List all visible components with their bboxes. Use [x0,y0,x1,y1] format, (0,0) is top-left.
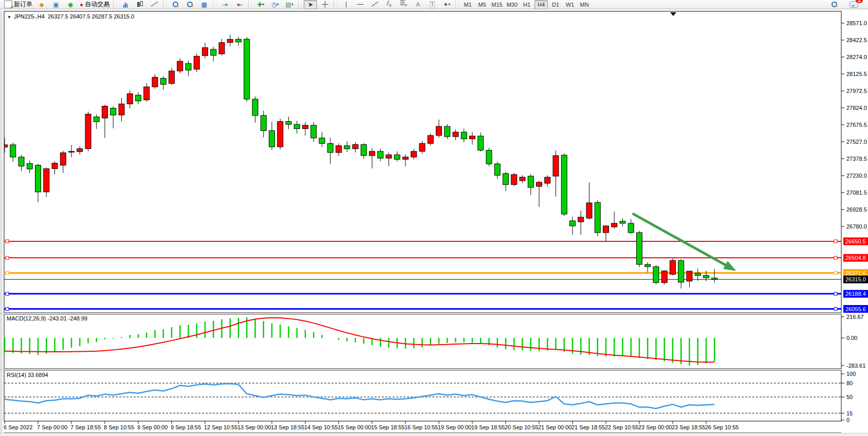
rsi-tick-label: 0 [846,417,849,423]
bar-chart-mode-button[interactable] [119,0,132,9]
timeframe-button-m15[interactable]: M15 [490,0,504,9]
time-tick-label: 13 Sep 00:00 [237,424,271,430]
chart-canvas[interactable]: 28571.028422.528274.028125.527972.527824… [0,0,868,436]
timeframe-button-h1[interactable]: H1 [520,0,533,9]
text-tool-button[interactable]: A [411,0,424,9]
price-tick-label: 28571.0 [846,20,867,26]
chart-title: ▼JPN225-,H4 26327.5 26407.5 26287.5 2631… [7,13,134,20]
time-tick-label: 9 Sep 00:00 [137,424,168,430]
timeframe-button-mn[interactable]: MN [578,0,591,9]
zoom-in-button[interactable] [169,0,182,9]
toolbar-separator [334,1,337,8]
price-tick-label: 26780.0 [846,223,867,230]
price-tick-label: 27824.0 [846,105,867,111]
market-watch-button[interactable]: ◆ [35,0,48,9]
equidistant-channel-tool-button[interactable]: ⫽E [382,0,396,9]
time-tick-label: 7 Sep 00:00 [37,424,67,430]
line-handle[interactable] [6,272,9,275]
signals-button[interactable]: ◉ [64,0,77,9]
line-handle[interactable] [834,256,837,259]
timeframe-button-h4[interactable]: H4 [534,0,548,9]
chevron-down-icon: ▾ [262,2,264,8]
candle [561,154,567,216]
tile-windows-icon: ▦ [201,2,207,8]
cursor-tool-button[interactable]: ➤ [304,0,317,9]
time-tick-label: 15 Sep 00:00 [338,424,371,430]
macd-label: MACD(12,26,9) -243.01 -248.99 [7,315,87,321]
clock-icon: ◷ [271,2,276,8]
price-tag-26504.8: 26504.8 [843,254,868,262]
line-handle[interactable] [6,308,9,311]
text-label-tool-button[interactable]: T [426,0,439,9]
chart-dropdown-icon[interactable]: ▼ [7,15,11,20]
tile-windows-button[interactable]: ▦ [197,0,211,9]
svg-text:26315.0: 26315.0 [845,276,866,282]
price-pane [4,11,841,313]
timeframe-button-m30[interactable]: M30 [505,0,519,9]
periods-dropdown-button[interactable]: ◷▾ [268,0,282,9]
zoom-out-button[interactable] [183,0,196,9]
autotrading-button[interactable]: ● 自动交易 [78,0,111,9]
indicators-dropdown-button[interactable]: ✚▾ [254,0,267,9]
autotrading-icon: ● [80,2,83,8]
toolbar-separator [248,1,252,8]
notifications-button[interactable]: 1 [847,0,860,9]
auto-scroll-button[interactable]: ⇥ [218,0,232,9]
candle [595,200,600,236]
main-toolbar: + 新订单 ◆ ▣ ◉ ● 自动交易 ▦ ⇥ ⇤ ✚▾ ◷▾ ▤▾ [0,0,868,9]
time-tick-label: 19 Sep 00:00 [438,424,471,430]
price-tick-label: 28274.0 [846,54,867,60]
indicators-icon: ✚ [257,2,262,8]
line-handle[interactable] [6,240,9,243]
line-handle[interactable] [834,240,837,243]
time-tick-label: 26 Sep 10:55 [705,424,738,430]
time-tick-label: 21 Sep 18:55 [571,424,605,430]
rsi-tick-label: 100 [846,371,856,377]
chart-shift-button[interactable]: ⇤ [233,0,246,9]
line-handle[interactable] [6,256,9,259]
time-tick-label: 19 Sep 18:55 [471,424,505,430]
horizontal-line-tool-button[interactable] [354,0,367,9]
line-handle[interactable] [6,292,9,295]
timeframe-button-d1[interactable]: D1 [549,0,562,9]
timeframe-button-m1[interactable]: M1 [461,0,474,9]
arrows-dropdown-button[interactable]: ✦▾ [440,0,453,9]
crosshair-tool-button[interactable] [318,0,331,9]
terminal-button[interactable]: ▣ [49,0,63,9]
line-handle[interactable] [834,272,837,275]
pane-splitter[interactable] [0,369,841,371]
chevron-down-icon: ▾ [276,2,279,8]
time-tick-label: 8 Sep 10:55 [104,424,134,430]
candle [486,148,492,166]
line-handle[interactable] [834,292,837,295]
timeframe-button-w1[interactable]: W1 [563,0,577,9]
cursor-icon: ➤ [308,2,313,8]
templates-dropdown-button[interactable]: ▤▾ [283,0,296,9]
price-tag-26055.6: 26055.6 [843,305,868,313]
time-tick-label: 21 Sep 00:00 [538,424,571,430]
application-window: + 新订单 ◆ ▣ ◉ ● 自动交易 ▦ ⇥ ⇤ ✚▾ ◷▾ ▤▾ [0,0,868,436]
price-tick-label: 26928.5 [846,206,867,213]
price-tick-label: 27527.0 [846,139,867,145]
timeframe-button-m5[interactable]: M5 [475,0,489,9]
vertical-line-tool-button[interactable] [339,0,353,9]
candlestick-mode-button[interactable] [133,0,146,9]
svg-text:26371.6: 26371.6 [845,270,866,276]
candle [445,124,450,139]
candle [653,265,659,285]
new-order-button[interactable]: + 新订单 [3,0,34,9]
toolbar-separator [298,1,302,8]
line-chart-mode-button[interactable] [147,0,161,9]
price-tick-label: 28125.5 [846,71,867,77]
status-bar [0,433,868,436]
time-tick-label: 16 Sep 10:55 [404,424,438,430]
time-tick-label: 9 Sep 18:55 [171,424,201,430]
trendline-tool-button[interactable] [368,0,381,9]
zoom-out-icon [187,1,193,8]
price-tag-26315.0: 26315.0 [843,276,868,283]
time-tick-label: 12 Sep 10:55 [204,424,237,430]
line-handle[interactable] [834,308,837,311]
fibonacci-tool-button[interactable]: ☰F [397,0,410,9]
search-button[interactable] [827,0,841,9]
pane-splitter[interactable] [0,313,841,315]
